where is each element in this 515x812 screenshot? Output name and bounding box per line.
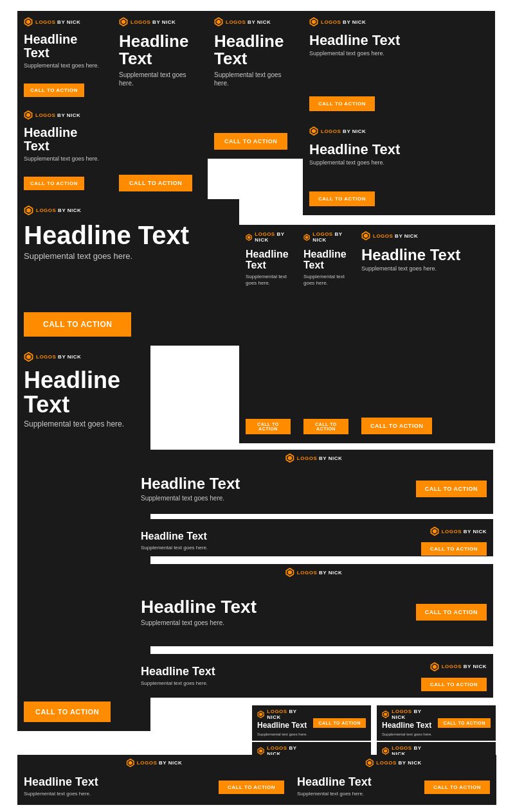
headline: Headline Text: [309, 33, 489, 48]
cta-button[interactable]: CALL TO ACTION: [214, 133, 287, 150]
cta-button[interactable]: CALL TO ACTION: [24, 84, 84, 97]
supplemental-text: Supplemental text goes here.: [382, 732, 434, 737]
supplemental-text: Supplemental text goes here.: [24, 791, 98, 797]
ad-unit-u14: LOGOS BY NICKHeadline TextSupplemental t…: [134, 564, 493, 646]
svg-marker-23: [288, 456, 292, 461]
cta-button[interactable]: CALL TO ACTION: [119, 175, 192, 191]
svg-marker-19: [364, 234, 368, 238]
logo-bar: LOGOS BY NICK: [24, 17, 106, 26]
svg-marker-31: [259, 712, 262, 716]
headline: Headline Text: [246, 249, 291, 271]
svg-marker-11: [312, 129, 316, 134]
svg-marker-5: [122, 20, 125, 24]
logo-bar: LOGOS BY NICK: [285, 454, 342, 463]
headline: Headline Text: [303, 249, 348, 271]
svg-marker-27: [288, 570, 292, 575]
svg-marker-3: [26, 113, 30, 118]
logo-text: LOGOS BY NICK: [35, 19, 80, 25]
supplemental-text: Supplemental text goes here.: [246, 274, 291, 287]
svg-marker-37: [384, 749, 387, 753]
headline: Headline Text: [382, 721, 434, 730]
cta-button[interactable]: CALL TO ACTION: [219, 781, 284, 794]
supplemental-text: Supplemental text goes here.: [297, 791, 372, 797]
logo-text: LOGOS BY NICK: [373, 233, 418, 239]
logo-text: LOGOS BY NICK: [35, 112, 80, 118]
cta-button[interactable]: CALL TO ACTION: [246, 419, 291, 434]
ad-unit-u11: LOGOS BY NICKHeadline TextSupplemental t…: [17, 346, 150, 731]
logo-bar: LOGOS BY NICK: [24, 206, 233, 215]
cta-button[interactable]: CALL TO ACTION: [313, 718, 366, 728]
svg-marker-35: [384, 712, 387, 716]
cta-button[interactable]: CALL TO ACTION: [361, 418, 432, 434]
logo-text: LOGOS BY NICK: [137, 760, 182, 766]
ad-unit-u2: LOGOS BY NICKHeadline TextSupplemental t…: [17, 104, 113, 199]
supplemental-text: Supplemental text goes here.: [309, 50, 489, 58]
supplemental-text: Supplemental text goes here.: [24, 155, 106, 163]
cta-button[interactable]: CALL TO ACTION: [424, 781, 490, 794]
supplemental-text: Supplemental text goes here.: [24, 251, 233, 262]
logo-bar: LOGOS BY NICK: [303, 231, 348, 243]
logo-text: LOGOS BY NICK: [297, 455, 342, 461]
logo-bar: LOGOS BY NICK: [214, 17, 296, 26]
ad-unit-u9: LOGOS BY NICKHeadline TextSupplemental t…: [297, 225, 355, 443]
svg-marker-29: [432, 664, 436, 669]
ad-unit-u3: LOGOS BY NICKHeadline TextSupplemental t…: [113, 11, 208, 200]
logo-bar: LOGOS BY NICK: [119, 17, 201, 26]
ad-unit-u12: LOGOS BY NICKHeadline TextSupplemental t…: [134, 450, 493, 514]
logo-bar: LOGOS BY NICK: [246, 231, 291, 243]
cta-button[interactable]: CALL TO ACTION: [24, 702, 111, 722]
ad-unit-u1: LOGOS BY NICKHeadline TextSupplemental t…: [17, 11, 113, 106]
logo-text: LOGOS BY NICK: [36, 354, 81, 360]
logo-bar: LOGOS BY NICK: [24, 352, 144, 362]
supplemental-text: Supplemental text goes here.: [119, 71, 201, 87]
headline: Headline Text: [309, 142, 489, 157]
headline: Headline Text: [141, 531, 208, 542]
headline: Headline Text: [141, 666, 215, 678]
headline: Headline Text: [257, 721, 309, 730]
svg-marker-9: [312, 20, 316, 24]
ad-unit-u10: LOGOS BY NICKHeadline TextSupplemental t…: [355, 225, 495, 443]
logo-text: LOGOS BY NICK: [255, 231, 291, 243]
supplemental-text: Supplemental text goes here.: [141, 545, 208, 551]
svg-marker-25: [432, 529, 436, 534]
svg-marker-1: [26, 20, 30, 24]
supplemental-text: Supplemental text goes here.: [24, 419, 144, 430]
headline: Headline Text: [297, 776, 372, 788]
svg-marker-7: [217, 20, 221, 24]
headline: Headline Text: [141, 475, 240, 491]
headline: Headline Text: [119, 33, 201, 68]
cta-button[interactable]: CALL TO ACTION: [438, 718, 491, 728]
logo-text: LOGOS BY NICK: [321, 128, 366, 134]
svg-marker-33: [259, 749, 262, 753]
ad-unit-u4: LOGOS BY NICKHeadline TextSupplemental t…: [208, 11, 303, 159]
ad-unit-u7: LOGOS BY NICKHeadline TextSupplemental t…: [17, 199, 239, 346]
logo-text: LOGOS BY NICK: [36, 207, 81, 213]
svg-marker-41: [368, 761, 372, 765]
logo-text: LOGOS BY NICK: [297, 570, 342, 576]
supplemental-text: Supplemental text goes here.: [257, 732, 309, 737]
logo-bar: LOGOS BY NICK: [309, 17, 489, 26]
svg-marker-13: [26, 208, 31, 213]
supplemental-text: Supplemental text goes here.: [141, 619, 257, 627]
cta-button[interactable]: CALL TO ACTION: [421, 542, 487, 556]
logo-text: LOGOS BY NICK: [321, 19, 366, 25]
logo-text: LOGOS BY NICK: [131, 19, 176, 25]
logo-bar: LOGOS BY NICK: [365, 759, 421, 767]
ad-unit-u21: LOGOS BY NICKHeadline TextSupplemental t…: [291, 755, 496, 805]
cta-button[interactable]: CALL TO ACTION: [309, 191, 375, 206]
cta-button[interactable]: CALL TO ACTION: [24, 177, 84, 190]
cta-button[interactable]: CALL TO ACTION: [416, 481, 487, 497]
supplemental-text: Supplemental text goes here.: [309, 159, 489, 167]
cta-button[interactable]: CALL TO ACTION: [309, 96, 375, 111]
ad-unit-u6: LOGOS BY NICKHeadline TextSupplemental t…: [303, 120, 495, 215]
svg-marker-39: [128, 761, 132, 765]
supplemental-text: Supplemental text goes here.: [141, 680, 215, 687]
logo-text: LOGOS BY NICK: [226, 19, 271, 25]
cta-button[interactable]: CALL TO ACTION: [303, 419, 348, 434]
cta-button[interactable]: CALL TO ACTION: [421, 678, 487, 691]
logo-bar: LOGOS BY NICK: [361, 231, 489, 240]
cta-button[interactable]: CALL TO ACTION: [416, 604, 487, 621]
logo-bar: LOGOS BY NICK: [24, 110, 106, 119]
cta-button[interactable]: CALL TO ACTION: [24, 312, 131, 337]
headline: Headline Text: [361, 247, 489, 263]
